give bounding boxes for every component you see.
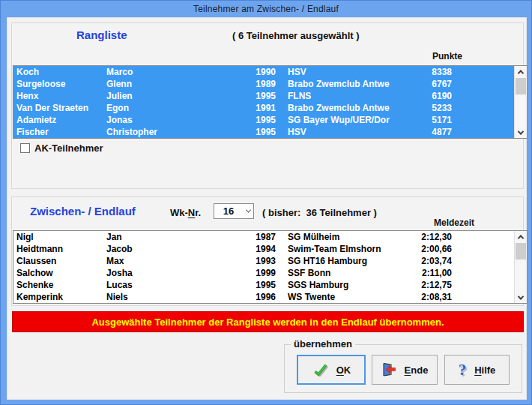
exit-door-icon	[381, 362, 396, 379]
cell-year: 1996	[223, 291, 276, 303]
wk-label-key: N	[188, 207, 195, 218]
cell-last: Koch	[16, 66, 106, 78]
cell-year: 1991	[223, 102, 276, 114]
ok-button[interactable]: OK	[297, 355, 366, 385]
cell-last: Fischer	[16, 126, 106, 138]
window-title: Teilnehmer am Zwischen- / Endlauf	[193, 4, 339, 14]
cell-points: 6190	[384, 90, 452, 102]
cell-year: 1999	[223, 267, 276, 279]
rangliste-row[interactable]: Surgeloose Glenn 1989 Brabo Zwemclub Ant…	[13, 78, 514, 90]
wk-nr-value: 16	[214, 206, 243, 217]
cell-points: 5233	[384, 102, 452, 114]
ak-teilnehmer-checkbox[interactable]	[20, 143, 30, 153]
uebernehmen-groupbox: übernehmen OK	[284, 344, 522, 393]
cell-year: 1995	[223, 126, 276, 138]
rangliste-row[interactable]: Van Der Straeten Egon 1991 Brabo Zwemclu…	[13, 102, 514, 114]
cell-first: Jan	[106, 231, 189, 243]
scroll-up-icon[interactable]	[515, 66, 527, 77]
endlauf-scrollbar[interactable]	[514, 231, 527, 303]
scroll-down-icon[interactable]	[515, 127, 527, 138]
wk-label-post: r.	[195, 207, 201, 218]
endlauf-row[interactable]: Salchow Josha 1999 SSF Bonn 2:11,00	[13, 267, 514, 279]
scroll-down-icon[interactable]	[515, 292, 527, 303]
cell-last: Nigl	[16, 231, 106, 243]
cell-first: Julien	[106, 90, 189, 102]
rangliste-selected-count: ( 6 Teilnehmer ausgewählt )	[232, 30, 360, 41]
cell-last: Claussen	[16, 255, 106, 267]
hilfe-button[interactable]: ? Hilfe	[444, 355, 510, 385]
meldezeit-column-header: Meldezeit	[434, 218, 474, 228]
cell-points: 5171	[384, 114, 452, 126]
cell-first: Max	[106, 255, 189, 267]
cell-last: Van Der Straeten	[16, 102, 106, 114]
cell-first: Lucas	[106, 279, 189, 291]
endlauf-row[interactable]: Heidtmann Jacob 1994 Swim-Team Elmshorn …	[13, 243, 514, 255]
cell-club: Brabo Zwemclub Antwe	[288, 102, 400, 114]
cell-first: Niels	[106, 291, 189, 303]
cell-club: SG Bayer Wup/UER/Dor	[288, 114, 400, 126]
cell-first: Jonas	[106, 114, 189, 126]
cell-club: HSV	[288, 126, 400, 138]
notice-banner: Ausgewählte Teilnehmer der Rangliste wer…	[12, 311, 524, 332]
endlauf-row[interactable]: Schenke Lucas 1995 SGS Hamburg 2:12,75	[13, 279, 514, 291]
cell-year: 1987	[223, 231, 276, 243]
notice-text: Ausgewählte Teilnehmer der Rangliste wer…	[91, 316, 444, 328]
cell-last: Heidtmann	[16, 243, 106, 255]
cell-club: SG Mülheim	[288, 231, 400, 243]
cell-year: 1989	[223, 78, 276, 90]
cell-last: Adamietz	[16, 114, 106, 126]
check-icon	[312, 362, 328, 379]
cell-time: 2:00,66	[384, 243, 452, 255]
cell-first: Glenn	[106, 78, 189, 90]
groupbox-label: übernehmen	[291, 338, 355, 350]
cell-club: FLNS	[288, 90, 400, 102]
ende-button[interactable]: Ende	[372, 355, 438, 385]
cell-time: 2:11,00	[384, 267, 452, 279]
cell-club: SSF Bonn	[288, 267, 400, 279]
cell-last: Henx	[16, 90, 106, 102]
endlauf-row[interactable]: Nigl Jan 1987 SG Mülheim 2:12,30	[13, 231, 514, 243]
dialog-window: Teilnehmer am Zwischen- / Endlauf Rangli…	[0, 0, 532, 405]
dialog-body: Rangliste ( 6 Teilnehmer ausgewählt ) Pu…	[7, 17, 527, 400]
title-bar: Teilnehmer am Zwischen- / Endlauf	[1, 1, 531, 17]
rangliste-row[interactable]: Koch Marco 1990 HSV 8338	[13, 66, 514, 78]
endlauf-listbox: Nigl Jan 1987 SG Mülheim 2:12,30 Heidtma…	[13, 230, 528, 304]
scrollbar-thumb[interactable]	[516, 243, 526, 260]
cell-last: Schenke	[16, 279, 106, 291]
cell-last: Kemperink	[16, 291, 106, 303]
cell-points: 4877	[384, 126, 452, 138]
cell-year: 1994	[223, 243, 276, 255]
cell-first: Egon	[106, 102, 189, 114]
cell-first: Josha	[106, 267, 189, 279]
help-icon: ?	[459, 362, 467, 377]
chevron-down-icon	[243, 209, 253, 213]
cell-time: 2:12,30	[384, 231, 452, 243]
rangliste-row[interactable]: Adamietz Jonas 1995 SG Bayer Wup/UER/Dor…	[13, 114, 514, 126]
scroll-up-icon[interactable]	[515, 231, 527, 242]
endlauf-row[interactable]: Kemperink Niels 1996 WS Twente 2:08,31	[13, 291, 514, 303]
ende-button-label: Ende	[405, 364, 429, 376]
cell-first: Christopher	[106, 126, 189, 138]
cell-points: 8338	[384, 66, 452, 78]
rangliste-rows: Koch Marco 1990 HSV 8338 Surgeloose Glen…	[13, 66, 514, 138]
cell-time: 2:08,31	[384, 291, 452, 303]
hilfe-button-label: Hilfe	[474, 364, 495, 376]
rangliste-heading: Rangliste	[76, 28, 127, 41]
cell-time: 2:03,74	[384, 255, 452, 267]
cell-year: 1995	[223, 114, 276, 126]
ok-button-label: OK	[336, 364, 351, 376]
wk-label-pre: Wk-	[170, 207, 188, 218]
rangliste-scrollbar[interactable]	[514, 66, 527, 138]
scrollbar-thumb[interactable]	[516, 78, 526, 94]
rangliste-listbox: Koch Marco 1990 HSV 8338 Surgeloose Glen…	[13, 65, 528, 139]
cell-year: 1995	[223, 279, 276, 291]
cell-last: Surgeloose	[16, 78, 106, 90]
rangliste-row[interactable]: Fischer Christopher 1995 HSV 4877	[13, 126, 514, 138]
cell-club: SG HT16 Hamburg	[288, 255, 400, 267]
ak-teilnehmer-label: AK-Teilnehmer	[34, 142, 103, 154]
rangliste-row[interactable]: Henx Julien 1995 FLNS 6190	[13, 90, 514, 102]
endlauf-row[interactable]: Claussen Max 1993 SG HT16 Hamburg 2:03,7…	[13, 255, 514, 267]
cell-year: 1993	[223, 255, 276, 267]
wk-nr-select[interactable]: 16	[214, 203, 254, 219]
cell-club: Brabo Zwemclub Antwe	[288, 78, 400, 90]
